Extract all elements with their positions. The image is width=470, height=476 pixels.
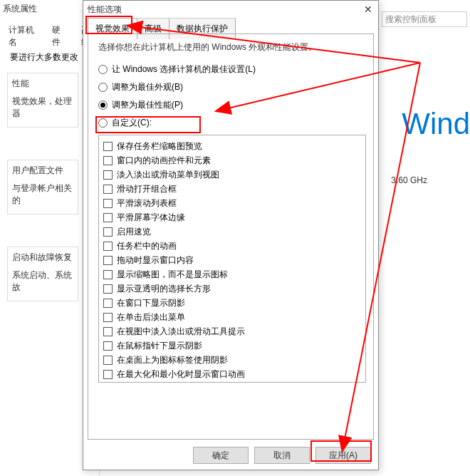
checkbox-icon[interactable] <box>103 142 113 151</box>
radio-label: 自定义(C): <box>112 117 152 129</box>
bg-tab-computer-name[interactable]: 计算机名 <box>4 21 41 51</box>
radio-let-windows[interactable]: 让 Windows 选择计算机的最佳设置(L) <box>98 63 366 76</box>
check-label: 滑动打开组合框 <box>117 183 177 195</box>
radio-label: 调整为最佳外观(B) <box>112 81 183 93</box>
checkbox-icon[interactable] <box>103 170 113 180</box>
list-item[interactable]: 平滑屏幕字体边缘 <box>103 212 361 224</box>
check-label: 显示缩略图，而不是显示图标 <box>117 269 228 281</box>
radio-custom[interactable]: 自定义(C): <box>98 117 366 129</box>
check-label: 显示亚透明的选择长方形 <box>117 283 211 295</box>
bg-section-profiles: 用户配置文件 与登录帐户相关的 <box>7 160 78 214</box>
list-item[interactable]: 窗口内的动画控件和元素 <box>103 155 361 167</box>
check-label: 在视图中淡入淡出或滑动工具提示 <box>117 326 245 338</box>
dialog-title: 性能选项 <box>88 4 122 16</box>
list-item[interactable]: 在视图中淡入淡出或滑动工具提示 <box>103 326 361 338</box>
bg-note: 要进行大多数更改 <box>10 51 78 63</box>
checkbox-icon[interactable] <box>103 327 113 336</box>
check-label: 在桌面上为图标标签使用阴影 <box>117 354 228 366</box>
bg-tab-hardware[interactable]: 硬件 <box>48 21 70 51</box>
bg-section-title: 启动和故障恢复 <box>12 252 75 264</box>
search-input[interactable]: 搜索控制面板 <box>382 11 467 27</box>
list-item[interactable]: 任务栏中的动画 <box>103 240 361 252</box>
radio-icon <box>98 83 108 92</box>
checkbox-icon[interactable] <box>103 270 113 279</box>
radio-icon <box>98 65 108 74</box>
list-item[interactable]: 拖动时显示窗口内容 <box>103 254 361 267</box>
checkbox-icon[interactable] <box>103 313 113 322</box>
radio-label: 调整为最佳性能(P) <box>112 99 183 111</box>
tab-body: 选择你想在此计算机上使用的 Windows 外观和性能设置。 让 Windows… <box>88 33 374 440</box>
list-item[interactable]: 保存任务栏缩略图预览 <box>103 140 361 152</box>
check-label: 保存任务栏缩略图预览 <box>117 140 202 152</box>
list-item[interactable]: 在最大化和最小化时显示窗口动画 <box>103 368 361 381</box>
checkbox-icon[interactable] <box>103 341 113 351</box>
checkbox-icon[interactable] <box>103 156 113 165</box>
list-item[interactable]: 淡入淡出或滑动菜单到视图 <box>103 169 361 181</box>
bg-section-text: 与登录帐户相关的 <box>12 182 75 207</box>
checkbox-icon[interactable] <box>103 227 113 237</box>
radio-best-appearance[interactable]: 调整为最佳外观(B) <box>98 81 366 93</box>
checkbox-icon[interactable] <box>103 284 113 294</box>
bg-section-startup: 启动和故障恢复 系统启动、系统故 <box>7 247 78 301</box>
bg-section-performance: 性能 视觉效果，处理器 <box>7 73 78 128</box>
performance-options-dialog: 性能选项 ✕ 视觉效果 高级 数据执行保护 选择你想在此计算机上使用的 Wind… <box>83 0 379 470</box>
bg-section-title: 用户配置文件 <box>12 165 75 177</box>
check-label: 拖动时显示窗口内容 <box>117 254 194 267</box>
windows-brand: Wind <box>402 107 470 141</box>
check-label: 淡入淡出或滑动菜单到视图 <box>117 169 219 181</box>
check-label: 在最大化和最小化时显示窗口动画 <box>117 368 245 381</box>
list-item[interactable]: 在桌面上为图标标签使用阴影 <box>103 354 361 366</box>
list-item[interactable]: 在窗口下显示阴影 <box>103 297 361 309</box>
bg-section-text: 系统启动、系统故 <box>12 269 75 294</box>
checkbox-icon[interactable] <box>103 370 113 379</box>
check-label: 在单击后淡出菜单 <box>117 311 185 324</box>
radio-best-performance[interactable]: 调整为最佳性能(P) <box>98 99 366 111</box>
list-item[interactable]: 在单击后淡出菜单 <box>103 311 361 324</box>
list-item[interactable]: 启用速览 <box>103 226 361 238</box>
radio-label: 让 Windows 选择计算机的最佳设置(L) <box>112 63 256 76</box>
checkbox-icon[interactable] <box>103 199 113 208</box>
list-item[interactable]: 显示亚透明的选择长方形 <box>103 283 361 295</box>
check-label: 平滑滚动列表框 <box>117 197 177 209</box>
list-item[interactable]: 在鼠标指针下显示阴影 <box>103 340 361 352</box>
list-item[interactable]: 显示缩略图，而不是显示图标 <box>103 269 361 281</box>
checkbox-icon[interactable] <box>103 356 113 365</box>
checkbox-icon[interactable] <box>103 299 113 308</box>
ok-button[interactable]: 确定 <box>193 447 249 464</box>
checkbox-icon[interactable] <box>103 256 113 265</box>
checkbox-icon[interactable] <box>103 213 113 222</box>
intro-text: 选择你想在此计算机上使用的 Windows 外观和性能设置。 <box>98 41 366 53</box>
check-label: 在鼠标指针下显示阴影 <box>117 340 202 352</box>
check-label: 窗口内的动画控件和元素 <box>117 155 211 167</box>
bg-section-text: 视觉效果，处理器 <box>12 95 75 120</box>
cpu-ghz: 3.60 GHz <box>391 175 427 185</box>
close-icon[interactable]: ✕ <box>364 4 372 15</box>
effects-checklist[interactable]: 保存任务栏缩略图预览 窗口内的动画控件和元素 淡入淡出或滑动菜单到视图 滑动打开… <box>98 135 366 383</box>
cancel-button[interactable]: 取消 <box>254 447 310 464</box>
bg-section-title: 性能 <box>12 78 75 90</box>
check-label: 平滑屏幕字体边缘 <box>117 212 185 224</box>
radio-icon <box>98 118 108 128</box>
check-label: 启用速览 <box>117 226 151 238</box>
list-item[interactable]: 滑动打开组合框 <box>103 183 361 195</box>
check-label: 任务栏中的动画 <box>117 240 177 252</box>
button-row: 确定 取消 应用(A) <box>193 447 371 464</box>
radio-icon <box>98 100 108 110</box>
list-item[interactable]: 平滑滚动列表框 <box>103 197 361 209</box>
check-label: 在窗口下显示阴影 <box>117 297 185 309</box>
checkbox-icon[interactable] <box>103 242 113 251</box>
control-panel-bg: 搜索控制面板 Wind 3.60 GHz <box>377 0 470 476</box>
checkbox-icon[interactable] <box>103 185 113 194</box>
apply-button[interactable]: 应用(A) <box>315 447 371 464</box>
bg-title: 系统属性 <box>3 3 37 15</box>
